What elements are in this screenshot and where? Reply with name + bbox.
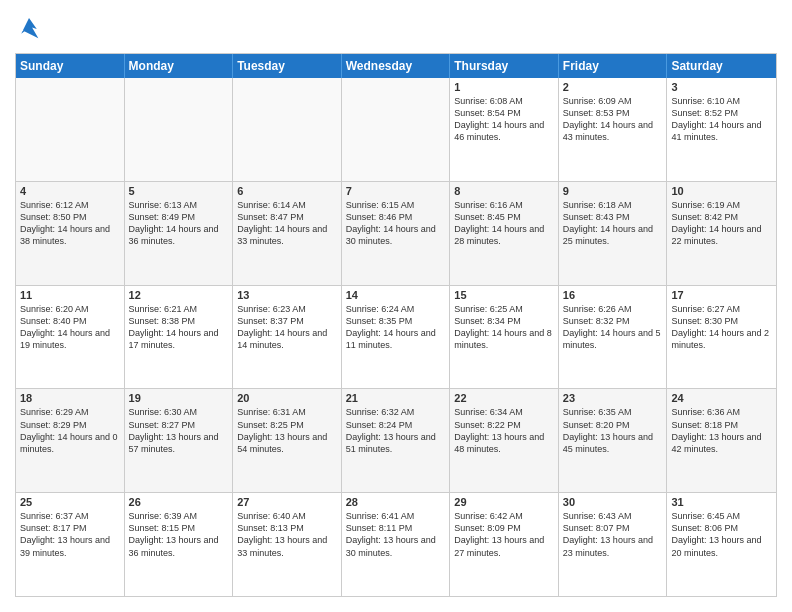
calendar-day-29: 29Sunrise: 6:42 AM Sunset: 8:09 PM Dayli… (450, 493, 559, 596)
calendar-day-7: 7Sunrise: 6:15 AM Sunset: 8:46 PM Daylig… (342, 182, 451, 285)
day-number: 3 (671, 81, 772, 93)
day-number: 9 (563, 185, 663, 197)
calendar-header-monday: Monday (125, 54, 234, 78)
day-number: 24 (671, 392, 772, 404)
day-info: Sunrise: 6:08 AM Sunset: 8:54 PM Dayligh… (454, 95, 554, 144)
calendar-day-2: 2Sunrise: 6:09 AM Sunset: 8:53 PM Daylig… (559, 78, 668, 181)
calendar-header-saturday: Saturday (667, 54, 776, 78)
day-info: Sunrise: 6:25 AM Sunset: 8:34 PM Dayligh… (454, 303, 554, 352)
day-number: 30 (563, 496, 663, 508)
calendar-day-4: 4Sunrise: 6:12 AM Sunset: 8:50 PM Daylig… (16, 182, 125, 285)
calendar-header: SundayMondayTuesdayWednesdayThursdayFrid… (16, 54, 776, 78)
day-info: Sunrise: 6:32 AM Sunset: 8:24 PM Dayligh… (346, 406, 446, 455)
day-info: Sunrise: 6:35 AM Sunset: 8:20 PM Dayligh… (563, 406, 663, 455)
calendar-day-19: 19Sunrise: 6:30 AM Sunset: 8:27 PM Dayli… (125, 389, 234, 492)
day-info: Sunrise: 6:31 AM Sunset: 8:25 PM Dayligh… (237, 406, 337, 455)
calendar-day-13: 13Sunrise: 6:23 AM Sunset: 8:37 PM Dayli… (233, 286, 342, 389)
day-number: 4 (20, 185, 120, 197)
day-number: 21 (346, 392, 446, 404)
calendar-day-10: 10Sunrise: 6:19 AM Sunset: 8:42 PM Dayli… (667, 182, 776, 285)
day-number: 8 (454, 185, 554, 197)
day-number: 1 (454, 81, 554, 93)
day-info: Sunrise: 6:18 AM Sunset: 8:43 PM Dayligh… (563, 199, 663, 248)
day-number: 28 (346, 496, 446, 508)
day-info: Sunrise: 6:14 AM Sunset: 8:47 PM Dayligh… (237, 199, 337, 248)
day-number: 27 (237, 496, 337, 508)
day-number: 13 (237, 289, 337, 301)
day-info: Sunrise: 6:29 AM Sunset: 8:29 PM Dayligh… (20, 406, 120, 455)
calendar-header-sunday: Sunday (16, 54, 125, 78)
day-info: Sunrise: 6:15 AM Sunset: 8:46 PM Dayligh… (346, 199, 446, 248)
day-info: Sunrise: 6:09 AM Sunset: 8:53 PM Dayligh… (563, 95, 663, 144)
calendar-header-wednesday: Wednesday (342, 54, 451, 78)
day-info: Sunrise: 6:21 AM Sunset: 8:38 PM Dayligh… (129, 303, 229, 352)
calendar-week-2: 4Sunrise: 6:12 AM Sunset: 8:50 PM Daylig… (16, 182, 776, 286)
day-number: 17 (671, 289, 772, 301)
day-info: Sunrise: 6:10 AM Sunset: 8:52 PM Dayligh… (671, 95, 772, 144)
day-number: 18 (20, 392, 120, 404)
calendar-day-3: 3Sunrise: 6:10 AM Sunset: 8:52 PM Daylig… (667, 78, 776, 181)
day-number: 11 (20, 289, 120, 301)
calendar-empty-cell (125, 78, 234, 181)
calendar-day-14: 14Sunrise: 6:24 AM Sunset: 8:35 PM Dayli… (342, 286, 451, 389)
day-number: 2 (563, 81, 663, 93)
day-number: 31 (671, 496, 772, 508)
day-number: 7 (346, 185, 446, 197)
calendar-day-1: 1Sunrise: 6:08 AM Sunset: 8:54 PM Daylig… (450, 78, 559, 181)
logo (15, 15, 47, 43)
calendar-day-21: 21Sunrise: 6:32 AM Sunset: 8:24 PM Dayli… (342, 389, 451, 492)
calendar-day-28: 28Sunrise: 6:41 AM Sunset: 8:11 PM Dayli… (342, 493, 451, 596)
svg-marker-0 (21, 18, 38, 38)
day-number: 6 (237, 185, 337, 197)
day-number: 12 (129, 289, 229, 301)
calendar-body: 1Sunrise: 6:08 AM Sunset: 8:54 PM Daylig… (16, 78, 776, 596)
calendar-day-22: 22Sunrise: 6:34 AM Sunset: 8:22 PM Dayli… (450, 389, 559, 492)
day-number: 20 (237, 392, 337, 404)
calendar-day-8: 8Sunrise: 6:16 AM Sunset: 8:45 PM Daylig… (450, 182, 559, 285)
calendar-day-25: 25Sunrise: 6:37 AM Sunset: 8:17 PM Dayli… (16, 493, 125, 596)
calendar-empty-cell (16, 78, 125, 181)
day-number: 29 (454, 496, 554, 508)
day-number: 14 (346, 289, 446, 301)
calendar-day-27: 27Sunrise: 6:40 AM Sunset: 8:13 PM Dayli… (233, 493, 342, 596)
day-info: Sunrise: 6:23 AM Sunset: 8:37 PM Dayligh… (237, 303, 337, 352)
day-info: Sunrise: 6:19 AM Sunset: 8:42 PM Dayligh… (671, 199, 772, 248)
calendar-day-16: 16Sunrise: 6:26 AM Sunset: 8:32 PM Dayli… (559, 286, 668, 389)
calendar-empty-cell (342, 78, 451, 181)
day-info: Sunrise: 6:13 AM Sunset: 8:49 PM Dayligh… (129, 199, 229, 248)
day-info: Sunrise: 6:45 AM Sunset: 8:06 PM Dayligh… (671, 510, 772, 559)
day-number: 25 (20, 496, 120, 508)
calendar-day-15: 15Sunrise: 6:25 AM Sunset: 8:34 PM Dayli… (450, 286, 559, 389)
calendar-header-friday: Friday (559, 54, 668, 78)
calendar-week-4: 18Sunrise: 6:29 AM Sunset: 8:29 PM Dayli… (16, 389, 776, 493)
day-info: Sunrise: 6:36 AM Sunset: 8:18 PM Dayligh… (671, 406, 772, 455)
day-info: Sunrise: 6:30 AM Sunset: 8:27 PM Dayligh… (129, 406, 229, 455)
calendar-day-9: 9Sunrise: 6:18 AM Sunset: 8:43 PM Daylig… (559, 182, 668, 285)
calendar-header-thursday: Thursday (450, 54, 559, 78)
day-info: Sunrise: 6:42 AM Sunset: 8:09 PM Dayligh… (454, 510, 554, 559)
day-number: 5 (129, 185, 229, 197)
day-info: Sunrise: 6:16 AM Sunset: 8:45 PM Dayligh… (454, 199, 554, 248)
calendar-day-24: 24Sunrise: 6:36 AM Sunset: 8:18 PM Dayli… (667, 389, 776, 492)
calendar-day-17: 17Sunrise: 6:27 AM Sunset: 8:30 PM Dayli… (667, 286, 776, 389)
calendar-day-30: 30Sunrise: 6:43 AM Sunset: 8:07 PM Dayli… (559, 493, 668, 596)
day-number: 10 (671, 185, 772, 197)
day-number: 26 (129, 496, 229, 508)
calendar-week-1: 1Sunrise: 6:08 AM Sunset: 8:54 PM Daylig… (16, 78, 776, 182)
calendar: SundayMondayTuesdayWednesdayThursdayFrid… (15, 53, 777, 597)
day-number: 19 (129, 392, 229, 404)
header (15, 15, 777, 43)
calendar-week-3: 11Sunrise: 6:20 AM Sunset: 8:40 PM Dayli… (16, 286, 776, 390)
day-info: Sunrise: 6:20 AM Sunset: 8:40 PM Dayligh… (20, 303, 120, 352)
day-info: Sunrise: 6:43 AM Sunset: 8:07 PM Dayligh… (563, 510, 663, 559)
day-info: Sunrise: 6:24 AM Sunset: 8:35 PM Dayligh… (346, 303, 446, 352)
calendar-week-5: 25Sunrise: 6:37 AM Sunset: 8:17 PM Dayli… (16, 493, 776, 596)
calendar-empty-cell (233, 78, 342, 181)
day-info: Sunrise: 6:41 AM Sunset: 8:11 PM Dayligh… (346, 510, 446, 559)
calendar-day-12: 12Sunrise: 6:21 AM Sunset: 8:38 PM Dayli… (125, 286, 234, 389)
day-number: 22 (454, 392, 554, 404)
logo-bird-icon (15, 15, 43, 43)
day-info: Sunrise: 6:26 AM Sunset: 8:32 PM Dayligh… (563, 303, 663, 352)
calendar-day-26: 26Sunrise: 6:39 AM Sunset: 8:15 PM Dayli… (125, 493, 234, 596)
day-info: Sunrise: 6:39 AM Sunset: 8:15 PM Dayligh… (129, 510, 229, 559)
